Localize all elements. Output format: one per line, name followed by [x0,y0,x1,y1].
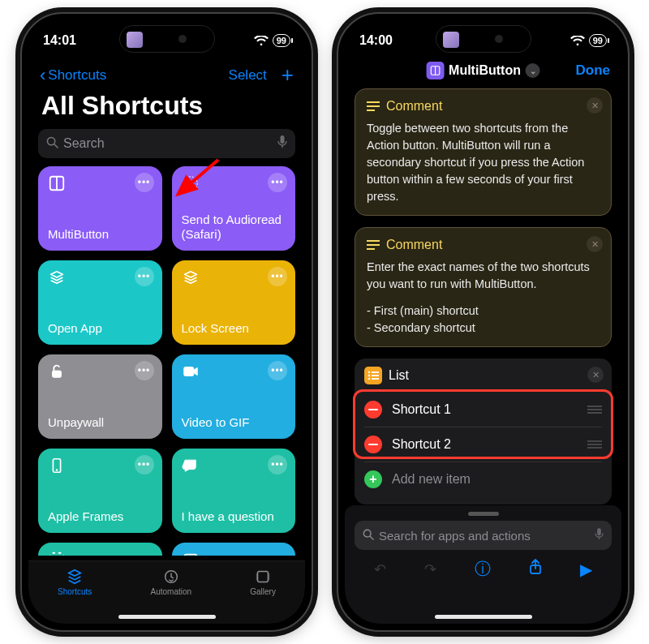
wifi-icon [570,36,585,46]
close-icon[interactable]: ✕ [587,97,603,114]
phone-right: 14:00 99 MultiButton ⌄ Done [337,12,630,632]
shortcut-tile[interactable]: ••• Lock Screen [172,260,296,345]
add-shortcut-button[interactable]: + [282,62,294,88]
comment-label: Comment [386,238,442,252]
comment-body: Toggle between two shortcuts from the Ac… [367,120,600,205]
tile-icon [182,551,286,556]
shortcut-title: MultiButton [449,63,521,78]
svg-point-32 [368,375,371,377]
info-button[interactable]: ⓘ [475,558,491,580]
svg-point-34 [368,378,371,380]
more-icon[interactable]: ••• [268,361,287,380]
home-indicator[interactable] [435,615,532,619]
list-item[interactable]: Shortcut 1 [364,393,602,427]
tab-shortcuts[interactable]: Shortcuts [58,568,92,596]
svg-point-12 [56,470,58,471]
shortcut-tile[interactable]: ••• Send to Audioread (Safari) [172,166,296,251]
back-button[interactable]: ‹ Shortcuts [40,67,106,84]
back-label: Shortcuts [48,67,106,84]
shortcut-tile[interactable]: ••• I have a question [172,449,296,533]
comment-action-card[interactable]: ✕ Comment Enter the exact names of the t… [355,227,612,347]
nav-bar: MultiButton ⌄ Done [345,58,621,85]
add-item-label: Add new item [392,472,471,487]
svg-rect-17 [258,572,269,582]
svg-marker-10 [193,367,197,375]
run-button[interactable]: ▶ [580,560,592,579]
svg-rect-19 [268,573,269,580]
shortcut-tile[interactable]: ••• Open App [38,260,162,345]
shortcut-tile[interactable]: ••• Video to GIF [172,354,296,439]
tile-name: Video to GIF [182,415,286,431]
list-item-text[interactable]: Shortcut 1 [392,402,451,417]
more-icon[interactable]: ••• [135,361,154,380]
tile-name: Unpaywall [48,415,153,431]
comment-label: Comment [386,99,442,114]
close-icon[interactable]: ✕ [587,236,603,252]
nav-bar: ‹ Shortcuts Select + [28,58,305,89]
mic-icon[interactable] [595,528,604,543]
wifi-icon [254,36,269,46]
sheet-grabber[interactable] [468,512,499,516]
shortcut-tile[interactable] [172,543,296,556]
battery-indicator: 99 [273,34,290,47]
close-icon[interactable]: ✕ [587,367,604,383]
done-button[interactable]: Done [576,62,611,79]
svg-rect-9 [183,367,193,376]
shortcut-tile[interactable]: ••• MultiButton [38,166,162,251]
drag-handle-icon[interactable] [587,440,602,449]
shortcut-tile[interactable]: ••• Unpaywall [38,354,162,439]
more-icon[interactable]: ••• [268,173,287,192]
svg-rect-2 [281,135,285,144]
comment-icon [367,101,380,112]
remove-item-button[interactable] [364,401,382,419]
more-icon[interactable]: ••• [135,267,154,286]
undo-button[interactable]: ↶ [374,560,386,578]
status-bar: 14:01 99 [22,14,312,58]
action-search-sheet[interactable]: Search for apps and actions ↶ ↷ ⓘ ▶ [345,505,621,624]
svg-marker-7 [189,180,194,186]
add-item-button[interactable]: + [364,470,382,488]
shortcut-tile[interactable] [38,543,162,556]
clock: 14:00 [359,33,393,48]
editor-toolbar: ↶ ↷ ⓘ ▶ [355,558,612,580]
select-button[interactable]: Select [229,67,267,84]
tile-name: Lock Screen [182,321,286,337]
drag-handle-icon[interactable] [587,405,602,414]
list-item[interactable]: Shortcut 2 [364,427,602,462]
remove-item-button[interactable] [364,436,382,453]
shortcut-tile[interactable]: ••• Apple Frames [38,449,162,533]
tile-name: Send to Audioread (Safari) [182,213,286,243]
list-item-text[interactable]: Shortcut 2 [392,437,451,452]
list-icon [364,367,382,384]
more-icon[interactable]: ••• [135,173,154,192]
tab-gallery[interactable]: Gallery [250,568,276,596]
more-icon[interactable]: ••• [268,455,287,474]
comment-action-card[interactable]: ✕ Comment Toggle between two shortcuts f… [355,88,612,216]
phone-left: 14:01 99 ‹ Shortcuts Select + All Shortc… [20,12,313,632]
shortcuts-grid: ••• MultiButton ••• Send to Audioread (S… [28,166,305,556]
svg-rect-8 [53,371,62,377]
share-button[interactable] [529,559,542,579]
svg-rect-14 [184,555,196,556]
tile-name: MultiButton [48,227,153,243]
add-item-row[interactable]: + Add new item [364,462,602,496]
more-icon[interactable]: ••• [135,455,154,474]
action-search-placeholder: Search for apps and actions [379,529,531,543]
list-action-card[interactable]: ✕ List Shortcut 1 [355,358,612,504]
home-indicator[interactable] [118,615,216,619]
tile-name: Open App [48,321,153,337]
battery-indicator: 99 [589,34,607,47]
tile-name: I have a question [182,509,286,525]
chevron-left-icon: ‹ [40,67,45,84]
list-label: List [389,368,409,383]
shortcut-title-button[interactable]: MultiButton ⌄ [426,62,540,79]
redo-button[interactable]: ↷ [424,560,436,578]
search-icon [363,529,374,543]
more-icon[interactable]: ••• [268,267,287,286]
action-search-field[interactable]: Search for apps and actions [355,521,612,550]
tab-automation[interactable]: Automation [150,568,191,596]
comment-icon [367,239,380,251]
search-field[interactable]: Search [38,129,295,158]
svg-line-43 [370,536,373,539]
mic-icon[interactable] [277,135,287,152]
